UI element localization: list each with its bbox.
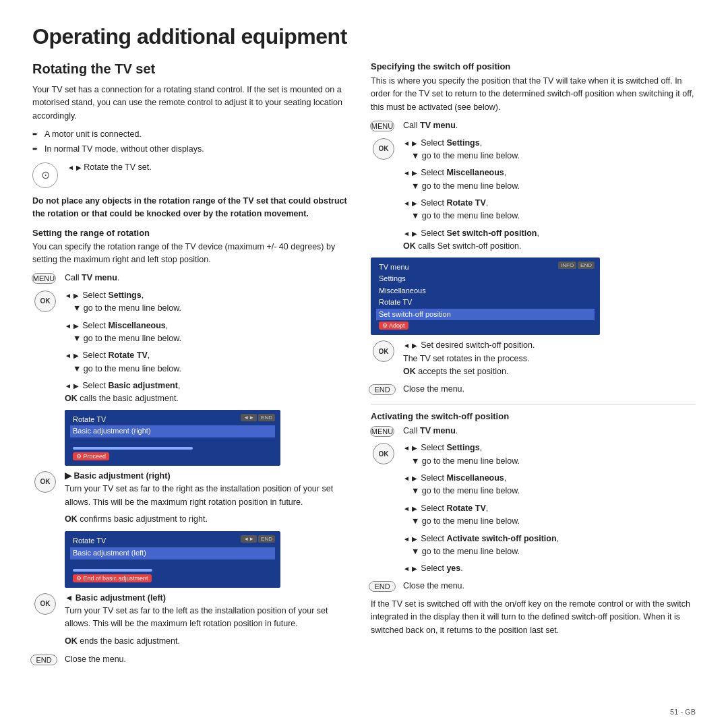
rotate-instruction: ◄ ▶ Rotate the TV set. [67, 161, 152, 174]
step-miscellaneous: ◄ ▶ Select Miscellaneous, ▼ go to the me… [32, 320, 349, 346]
a-step-yes-text: ◄ ▶ Select yes. [403, 562, 696, 575]
a-menu-button: MENU [370, 426, 394, 437]
a-step-menu: MENU Call TV menu. [371, 425, 696, 437]
r-ok-button-1: OK [373, 138, 394, 160]
left-subtitle: Rotating the TV set [32, 61, 349, 77]
tv-screen-2: Rotate TV Basic adjustment (left) ⚙ End … [65, 531, 280, 587]
r-close-menu-text: Close the menu. [403, 383, 696, 396]
r-end-button: END [369, 384, 395, 395]
tv-screen2-nav-end: END [258, 535, 275, 543]
warning-text: Do not place any objects in the rotation… [32, 195, 349, 221]
a-empty-1 [371, 472, 396, 473]
end-btn-wrap-left: END [32, 653, 58, 665]
r-step-after-text: ◄ ▶ Set desired switch-off position. The… [403, 339, 696, 378]
a-empty-3 [371, 533, 396, 534]
step-settings: OK ◄ ▶ Select Settings, ▼ go to the menu… [32, 289, 349, 315]
tv-screen2-bottom: ⚙ End of basic adjustment [70, 573, 275, 584]
ok-button-2: OK [34, 471, 56, 493]
r-empty-3 [371, 227, 396, 229]
ok-btn-wrap-3: OK [32, 592, 58, 615]
a-step-yes: ◄ ▶ Select yes. [371, 562, 696, 575]
r-step-switch-off-text: ◄ ▶ Select Set switch-off position, OK c… [403, 227, 696, 253]
a-menu-btn-wrap: MENU [371, 425, 396, 437]
ok-button-1: OK [34, 291, 56, 312]
tv-switch-row3: Rotate TV [376, 297, 595, 309]
tv-switch-row2: Miscellaneous [376, 285, 595, 297]
tv-switch-nav-btns: INFO END [558, 262, 595, 269]
tv-switch-nav-end: END [578, 262, 595, 269]
bullet-item-2: In normal TV mode, without other display… [32, 143, 349, 156]
tv-screen2-row1: Basic adjustment (left) [70, 547, 275, 559]
two-column-layout: Rotating the TV set Your TV set has a co… [32, 61, 696, 671]
end-button-left: END [30, 655, 57, 665]
step-basic-left: OK ◄ Basic adjustment (left) Turn your T… [32, 592, 349, 631]
a-step-rotate-text: ◄ ▶ Select Rotate TV, ▼ go to the menu l… [403, 502, 696, 528]
tv-screen1-nav-end: END [258, 414, 275, 421]
a-step-settings: OK ◄ ▶ Select Settings, ▼ go to the menu… [371, 442, 696, 468]
range-text: You can specify the rotation range of th… [32, 241, 349, 267]
step-settings-text: ◄ ▶ Select Settings, ▼ go to the menu li… [65, 289, 349, 315]
tv-screen2-nav-btns: ◄► END [241, 535, 275, 543]
empty-btn-wrap-3 [32, 380, 58, 381]
a-step-activate-text: ◄ ▶ Select Activate switch-off position,… [403, 533, 696, 559]
a-step-menu-text: Call TV menu. [403, 425, 696, 437]
menu-button: MENU [32, 273, 56, 284]
r-step-misc-text: ◄ ▶ Select Miscellaneous, ▼ go to the me… [403, 166, 696, 193]
r-step-menu-text: Call TV menu. [403, 119, 696, 132]
a-ok-button-1: OK [373, 443, 394, 464]
bullet-item-1: A motor unit is connected. [32, 128, 349, 141]
ok-btn-wrap-2: OK [32, 470, 58, 493]
section-range-title: Setting the range of rotation [32, 228, 349, 238]
tv-switch-row4: Set switch-off position [376, 309, 595, 321]
r-step-rotate-tv: ◄ ▶ Select Rotate TV, ▼ go to the menu l… [371, 197, 696, 223]
a-close-menu-text: Close the menu. [403, 580, 696, 593]
r-step-settings-text: ◄ ▶ Select Settings, ▼ go to the menu li… [403, 137, 696, 163]
r-menu-btn-wrap: MENU [371, 119, 396, 131]
a-end-button: END [369, 581, 395, 592]
r-empty-2 [371, 197, 396, 198]
step-menu-text: Call TV menu. [65, 272, 349, 284]
r-end-btn-wrap: END [371, 383, 396, 395]
step-basic-right-text: ▶ Basic adjustment (right) Turn your TV … [65, 470, 349, 509]
r-step-after-screen: OK ◄ ▶ Set desired switch-off position. … [371, 339, 696, 378]
switch-off-title: Specifying the switch off position [371, 61, 696, 71]
tv-switch-bottom: ⚙ Adopt [376, 320, 595, 331]
tv-screen2-end-btn: ⚙ End of basic adjustment [73, 574, 152, 582]
step-basic-adj: ◄ ▶ Select Basic adjustment, OK calls th… [32, 380, 349, 406]
tv-screen1-progress-wrap [70, 446, 275, 450]
step-basic-left-text: ◄ Basic adjustment (left) Turn your TV s… [65, 592, 349, 631]
r-step-rotate-text: ◄ ▶ Select Rotate TV, ▼ go to the menu l… [403, 197, 696, 223]
step-misc-text: ◄ ▶ Select Miscellaneous, ▼ go to the me… [65, 320, 349, 346]
a-step-close-menu: END Close the menu. [371, 580, 696, 593]
ok-btn-wrap-1: OK [32, 289, 58, 312]
tv-switch-row1: Settings [376, 273, 595, 285]
step-rotate-tv: ◄ ▶ Select Rotate TV, ▼ go to the menu l… [32, 349, 349, 375]
a-ok-btn-wrap-1: OK [371, 442, 396, 464]
empty-btn-wrap-2 [32, 349, 58, 351]
rotate-icon-row: ⊙ ◄ ▶ Rotate the TV set. [32, 161, 349, 188]
tv-adopt-btn: ⚙ Adopt [379, 322, 408, 330]
a-step-misc-text: ◄ ▶ Select Miscellaneous, ▼ go to the me… [403, 472, 696, 498]
a-end-btn-wrap: END [371, 580, 396, 592]
tv-switch-nav-lr: INFO [558, 262, 576, 269]
r-ok-btn-wrap-1: OK [371, 137, 396, 160]
left-intro: Your TV set has a connection for a rotat… [32, 84, 349, 123]
tv-screen1-nav-btns: ◄► END [241, 414, 275, 421]
a-step-settings-text: ◄ ▶ Select Settings, ▼ go to the menu li… [403, 442, 696, 468]
step-rotate-text: ◄ ▶ Select Rotate TV, ▼ go to the menu l… [65, 349, 349, 375]
rotate-icon: ⊙ [32, 162, 58, 188]
r-step-close-menu: END Close the menu. [371, 383, 696, 396]
tv-screen2-nav-left: ◄► [241, 535, 257, 543]
a-empty-4 [371, 562, 396, 564]
tv-screen-1: Rotate TV Basic adjustment (right) ⚙ Pro… [65, 410, 280, 466]
bullet-list: A motor unit is connected. In normal TV … [32, 128, 349, 156]
r-empty-1 [371, 166, 396, 168]
tv-screen2-progress-bar [73, 569, 152, 572]
tv-screen1-nav-left: ◄► [241, 414, 257, 421]
r-step-misc: ◄ ▶ Select Miscellaneous, ▼ go to the me… [371, 166, 696, 193]
a-step-misc: ◄ ▶ Select Miscellaneous, ▼ go to the me… [371, 472, 696, 498]
step-basic-adj-text: ◄ ▶ Select Basic adjustment, OK calls th… [65, 380, 349, 406]
ok-confirms-right: OK confirms basic adjustment to right. [65, 513, 349, 526]
a-step-rotate: ◄ ▶ Select Rotate TV, ▼ go to the menu l… [371, 502, 696, 528]
divider [371, 404, 696, 404]
